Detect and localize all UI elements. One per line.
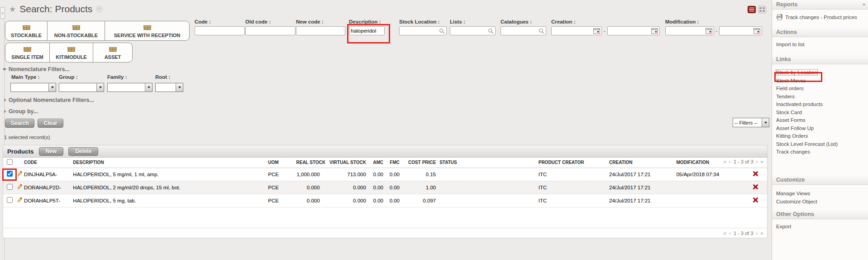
creation-to-input[interactable] [609, 28, 651, 34]
col-real-stock[interactable]: REAL STOCK [294, 158, 321, 168]
customize-manage-views-link[interactable]: Manage Views [772, 189, 868, 197]
sidebar-link-asset-follow-up[interactable]: Asset Follow Up [772, 125, 868, 133]
col-cost-price[interactable]: COST PRICE [401, 158, 438, 168]
calendar-icon[interactable] [706, 28, 712, 34]
sidebar-link-stock-moves[interactable]: Stock Moves [772, 77, 868, 85]
new-button[interactable]: New [39, 147, 64, 156]
prev-page-icon[interactable]: ‹ [729, 159, 731, 164]
delete-row-icon[interactable] [753, 197, 758, 203]
list-view-icon[interactable] [748, 6, 756, 15]
row-checkbox[interactable] [7, 171, 13, 177]
optional-nomenclature-filters-toggle[interactable]: Optional Nomenclature Filters... [4, 97, 94, 103]
action-import-to-list[interactable]: Import to list [772, 37, 868, 51]
search-magnifier-icon[interactable] [488, 28, 494, 34]
group-select[interactable] [59, 83, 104, 92]
link-label: Tenders [776, 94, 795, 99]
edit-pencil-icon[interactable] [17, 197, 22, 203]
search-magnifier-icon[interactable] [439, 28, 445, 34]
col-virtual-stock[interactable]: VIRTUAL STOCK [322, 158, 368, 168]
filter-non-stockable-button[interactable]: NON-STOCKABLE [48, 21, 105, 40]
description-input[interactable] [351, 28, 383, 34]
cell-real-stock: 0.000 [294, 181, 321, 194]
sidebar-link-stock-level-forecast-list[interactable]: Stock Level Forecast (List) [772, 140, 868, 149]
group-by-toggle[interactable]: Group by... [4, 108, 38, 115]
other-option-export[interactable]: Export [772, 219, 868, 233]
first-page-icon[interactable]: « [723, 231, 726, 236]
row-select-cell [3, 194, 15, 207]
lists-input[interactable] [452, 28, 488, 34]
link-label: Asset Forms [776, 117, 806, 123]
row-delete-cell [751, 168, 767, 181]
sidebar-link-field-orders[interactable]: Field orders [772, 85, 868, 93]
clear-button[interactable]: Clear [38, 119, 63, 128]
row-checkbox[interactable] [7, 184, 13, 190]
sidebar-link-stock-card[interactable]: Stock Card [772, 109, 868, 117]
last-page-icon[interactable]: » [760, 159, 763, 164]
search-magnifier-icon[interactable] [539, 28, 544, 34]
search-button[interactable]: Search [5, 119, 34, 128]
nomenclature-filters-toggle[interactable]: Nomenclature Filters... [3, 66, 70, 72]
filters-dropdown[interactable]: -- Filters -- [733, 118, 769, 127]
col-description[interactable]: DESCRIPTION [71, 158, 266, 168]
sidebar-link-track-changes[interactable]: Track changes [772, 148, 868, 156]
filter-asset-button[interactable]: ASSET [93, 43, 132, 62]
customize-object-link[interactable]: Customize Object [772, 197, 868, 206]
calendar-icon[interactable] [651, 28, 658, 34]
collapse-sidebar-icon[interactable]: » [863, 1, 865, 7]
creation-label: Creation : [551, 19, 660, 25]
col-uom[interactable]: UOM [266, 158, 294, 168]
help-icon[interactable]: ? [96, 6, 102, 12]
filter-stockable-button[interactable]: STOCKABLE [5, 21, 48, 40]
new-code-input[interactable] [298, 28, 343, 34]
filter-kit-module-button[interactable]: KIT/MODULE [50, 43, 93, 62]
expand-left-panel-button[interactable]: » [0, 7, 5, 19]
col-status[interactable]: STATUS [438, 158, 537, 168]
report-track-changes-product-prices[interactable]: Track changes - Product prices [772, 10, 868, 26]
package-icon [24, 45, 31, 53]
edit-pencil-icon[interactable] [17, 184, 22, 190]
modification-from-input[interactable] [667, 28, 706, 34]
family-select[interactable] [107, 83, 153, 92]
select-all-cell [3, 158, 15, 168]
form-view-icon[interactable] [758, 6, 766, 15]
col-code[interactable]: CODE [22, 158, 71, 168]
col-amc[interactable]: AMC [368, 158, 385, 168]
sidebar-link-inactivated-products[interactable]: Inactivated products [772, 101, 868, 109]
calendar-icon[interactable] [754, 28, 760, 34]
filter-service-with-reception-button[interactable]: SERVICE WITH RECEPTION [105, 21, 189, 40]
delete-button[interactable]: Delete [68, 147, 98, 156]
link-label: Stock Card [776, 110, 802, 115]
table-row: DINJHALP5A-HALOPERIDOL, 5 mg/ml, 1 ml, a… [3, 168, 767, 181]
sidebar-link-stock-by-location[interactable]: Stock by Location [772, 69, 868, 77]
modification-to-input[interactable] [721, 28, 754, 34]
filter-single-item-button[interactable]: SINGLE ITEM [5, 43, 50, 62]
prev-page-icon[interactable]: ‹ [729, 231, 731, 236]
favorite-star-icon[interactable]: ★ [9, 5, 16, 14]
next-page-icon[interactable]: › [756, 159, 758, 164]
root-select[interactable] [155, 83, 183, 92]
first-page-icon[interactable]: « [723, 159, 726, 164]
delete-row-icon[interactable] [753, 184, 758, 190]
stock-location-input[interactable] [401, 28, 439, 34]
edit-pencil-icon[interactable] [17, 171, 22, 177]
calendar-icon[interactable] [593, 28, 600, 34]
delete-row-icon[interactable] [753, 171, 758, 177]
links-section-header: Links [772, 55, 868, 64]
sidebar-link-tenders[interactable]: Tenders [772, 93, 868, 101]
cell-uom: PCE [266, 168, 294, 181]
sidebar-link-asset-forms[interactable]: Asset Forms [772, 116, 868, 125]
optional-nomenclature-filters-label: Optional Nomenclature Filters... [9, 97, 94, 103]
sidebar-link-kitting-orders[interactable]: Kitting Orders [772, 132, 868, 140]
last-page-icon[interactable]: » [760, 231, 763, 236]
creation-from-input[interactable] [553, 28, 593, 34]
select-all-checkbox[interactable] [7, 159, 13, 165]
old-code-input[interactable] [247, 28, 294, 34]
main-type-select[interactable] [10, 83, 56, 92]
col-product-creator[interactable]: PRODUCT CREATOR [537, 158, 607, 168]
catalogues-input[interactable] [502, 28, 539, 34]
row-checkbox[interactable] [7, 197, 13, 203]
col-creation[interactable]: CREATION [607, 158, 674, 168]
next-page-icon[interactable]: › [756, 231, 758, 236]
code-input[interactable] [196, 28, 243, 34]
col-fmc[interactable]: FMC [385, 158, 401, 168]
